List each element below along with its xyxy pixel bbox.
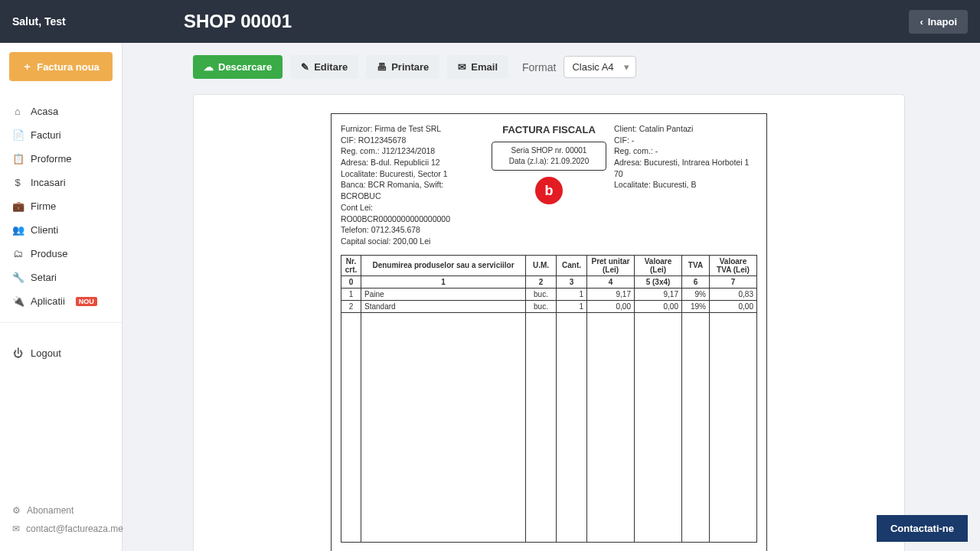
sidebar-item-firme[interactable]: 💼Firme xyxy=(0,194,122,218)
invoice-table: Nr. crt. Denumirea produselor sau a serv… xyxy=(341,255,757,543)
clients-icon: 👥 xyxy=(12,224,23,236)
table-row: 1 Paine buc. 1 9,17 9,17 9% 0,83 xyxy=(341,288,757,300)
sidebar: ＋ Factura noua ⌂Acasa 📄Facturi 📋Proforme… xyxy=(0,43,122,551)
invoice-icon: 📄 xyxy=(12,129,23,141)
supplier-block: Furnizor: Firma de Test SRL CIF: RO12345… xyxy=(341,123,484,247)
chevron-left-icon: ‹ xyxy=(920,16,923,28)
money-icon: $ xyxy=(12,177,23,188)
sidebar-item-setari[interactable]: 🔧Setari xyxy=(0,266,122,289)
pencil-icon: ✎ xyxy=(301,61,309,73)
greeting: Salut, Test xyxy=(12,15,122,28)
download-button[interactable]: ☁Descarcare xyxy=(193,55,283,79)
mail-icon: ✉ xyxy=(12,523,20,534)
client-block: Client: Catalin Pantazi CIF: - Reg. com.… xyxy=(614,123,757,247)
table-index-row: 0 1 2 3 4 5 (3x4) 6 7 xyxy=(341,276,757,288)
format-label: Format xyxy=(522,61,556,73)
envelope-icon: ✉ xyxy=(458,61,466,73)
plug-icon: 🔌 xyxy=(12,295,23,307)
products-icon: 🗂 xyxy=(12,248,23,259)
sidebar-item-incasari[interactable]: $Incasari xyxy=(0,171,122,194)
invoice-title-block: FACTURA FISCALA Seria SHOP nr. 00001 Dat… xyxy=(492,123,606,247)
new-invoice-button[interactable]: ＋ Factura noua xyxy=(9,52,113,81)
sidebar-item-produse[interactable]: 🗂Produse xyxy=(0,242,122,266)
sidebar-item-acasa[interactable]: ⌂Acasa xyxy=(0,99,122,123)
page-title: SHOP 00001 xyxy=(184,11,292,32)
sidebar-footer: ⚙Abonament ✉contact@factureaza.me xyxy=(0,496,122,551)
table-empty-space xyxy=(341,312,757,542)
email-button[interactable]: ✉Email xyxy=(447,55,508,79)
table-header-row: Nr. crt. Denumirea produselor sau a serv… xyxy=(341,255,757,276)
sidebar-item-logout[interactable]: ⏻Logout xyxy=(0,341,122,365)
main-content: ☁Descarcare ✎Editare 🖶Printare ✉Email Fo… xyxy=(122,43,980,551)
invoice-page: Furnizor: Firma de Test SRL CIF: RO12345… xyxy=(331,113,767,551)
format-select[interactable]: Clasic A4 xyxy=(564,56,635,78)
new-invoice-label: Factura noua xyxy=(37,61,100,73)
brand-logo-icon: b xyxy=(535,177,563,204)
wrench-icon: 🔧 xyxy=(12,272,23,283)
topbar: Salut, Test SHOP 00001 ‹ Inapoi xyxy=(0,0,980,43)
sidebar-item-aplicatii[interactable]: 🔌AplicatiiNOU xyxy=(0,289,122,313)
invoice-heading: FACTURA FISCALA xyxy=(492,123,606,137)
new-badge: NOU xyxy=(76,297,97,306)
edit-button[interactable]: ✎Editare xyxy=(290,55,358,79)
invoice-preview-card: Furnizor: Firma de Test SRL CIF: RO12345… xyxy=(193,94,905,551)
power-icon: ⏻ xyxy=(12,347,23,359)
contact-us-button[interactable]: Contactati-ne xyxy=(877,515,968,542)
back-button[interactable]: ‹ Inapoi xyxy=(909,10,968,34)
sidebar-item-facturi[interactable]: 📄Facturi xyxy=(0,123,122,147)
gear-icon: ⚙ xyxy=(12,505,21,516)
table-row: 2 Standard buc. 1 0,00 0,00 19% 0,00 xyxy=(341,300,757,312)
briefcase-icon: 💼 xyxy=(12,201,23,212)
back-button-label: Inapoi xyxy=(928,16,957,28)
print-button[interactable]: 🖶Printare xyxy=(366,55,439,79)
sidebar-item-proforme[interactable]: 📋Proforme xyxy=(0,147,122,171)
toolbar: ☁Descarcare ✎Editare 🖶Printare ✉Email Fo… xyxy=(193,55,962,79)
proforma-icon: 📋 xyxy=(12,153,23,165)
printer-icon: 🖶 xyxy=(377,61,387,73)
home-icon: ⌂ xyxy=(12,106,23,117)
contact-email-link[interactable]: ✉contact@factureaza.me xyxy=(12,523,109,534)
plus-icon: ＋ xyxy=(22,60,32,73)
sidebar-item-clienti[interactable]: 👥Clienti xyxy=(0,218,122,242)
cloud-download-icon: ☁ xyxy=(204,61,214,73)
subscription-link[interactable]: ⚙Abonament xyxy=(12,505,109,516)
sidebar-list: ⌂Acasa 📄Facturi 📋Proforme $Incasari 💼Fir… xyxy=(0,99,122,313)
